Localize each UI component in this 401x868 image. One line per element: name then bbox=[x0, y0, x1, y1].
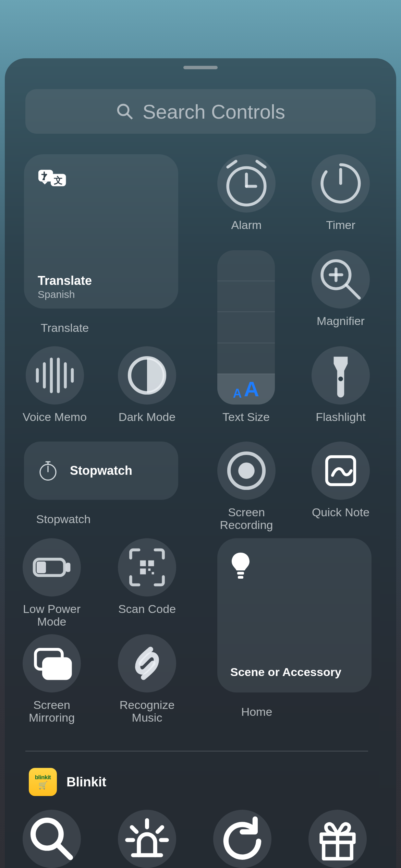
dark-mode-control[interactable]: Dark Mode bbox=[118, 346, 176, 423]
svg-line-46 bbox=[132, 827, 137, 832]
quick-note-label: Quick Note bbox=[312, 506, 369, 519]
alarm-label: Alarm bbox=[231, 219, 262, 231]
magnifier-icon bbox=[312, 250, 370, 309]
svg-rect-38 bbox=[237, 572, 244, 575]
translate-icon: 文 bbox=[37, 168, 165, 190]
home-tile[interactable]: Scene or Accessory bbox=[217, 538, 372, 692]
screen-recording-control[interactable]: Screen Recording bbox=[217, 442, 276, 532]
screen-mirroring-label: Screen Mirroring bbox=[29, 699, 75, 724]
screen-recording-icon bbox=[217, 442, 276, 500]
dark-mode-label: Dark Mode bbox=[119, 411, 175, 423]
text-size-control[interactable]: AA Text Size bbox=[217, 250, 275, 423]
qr-icon bbox=[118, 538, 176, 596]
gift-icon bbox=[308, 810, 367, 868]
svg-rect-37 bbox=[152, 572, 154, 575]
svg-rect-32 bbox=[66, 563, 71, 572]
search-icon bbox=[23, 810, 81, 868]
svg-line-12 bbox=[347, 285, 359, 298]
flashlight-control[interactable]: Flashlight bbox=[312, 346, 370, 423]
dark-mode-icon bbox=[118, 346, 176, 405]
search-controls-field[interactable]: Search Controls bbox=[25, 89, 376, 134]
shazam-icon bbox=[118, 634, 176, 692]
svg-line-43 bbox=[58, 845, 70, 857]
app-section-header: blinkit 🛒 Blinkit bbox=[29, 768, 106, 796]
screen-mirroring-control[interactable]: Screen Mirroring bbox=[23, 634, 81, 724]
controls-sheet: Search Controls 文 Translate Spanish Tran… bbox=[5, 58, 396, 868]
flashlight-label: Flashlight bbox=[316, 411, 366, 423]
timer-icon bbox=[312, 154, 370, 213]
text-size-label: Text Size bbox=[222, 411, 270, 423]
voice-memo-label: Voice Memo bbox=[23, 411, 87, 423]
screen-mirroring-icon bbox=[23, 634, 81, 692]
svg-text:文: 文 bbox=[54, 176, 63, 185]
svg-rect-39 bbox=[238, 576, 243, 579]
blinkit-app-icon: blinkit 🛒 bbox=[29, 768, 57, 796]
search-icon bbox=[116, 103, 134, 120]
alarm-icon bbox=[217, 154, 276, 213]
screen-recording-label: Screen Recording bbox=[220, 506, 273, 532]
quick-note-control[interactable]: Quick Note bbox=[312, 442, 370, 519]
svg-rect-34 bbox=[148, 560, 154, 566]
battery-icon bbox=[23, 538, 81, 596]
search-placeholder: Search Controls bbox=[143, 100, 285, 123]
recognize-music-control[interactable]: Recognize Music bbox=[118, 634, 176, 724]
timer-control[interactable]: Timer bbox=[312, 154, 370, 231]
voice-memo-icon bbox=[26, 346, 84, 405]
translate-tile[interactable]: 文 Translate Spanish bbox=[24, 154, 178, 309]
timer-label: Timer bbox=[326, 219, 355, 231]
stopwatch-inner-label: Stopwatch bbox=[70, 463, 132, 478]
app-controls-row bbox=[23, 810, 367, 868]
svg-line-9 bbox=[257, 161, 265, 167]
svg-rect-41 bbox=[44, 659, 70, 678]
low-power-control[interactable]: Low Power Mode bbox=[23, 538, 81, 628]
svg-rect-35 bbox=[140, 568, 146, 574]
translate-title: Translate bbox=[38, 274, 92, 288]
svg-rect-36 bbox=[148, 568, 150, 571]
svg-rect-33 bbox=[140, 560, 146, 566]
app-search-control[interactable] bbox=[23, 810, 81, 868]
siren-icon bbox=[118, 810, 176, 868]
home-label: Home bbox=[217, 706, 296, 718]
svg-rect-31 bbox=[37, 562, 46, 573]
svg-line-47 bbox=[158, 827, 162, 832]
app-alert-control[interactable] bbox=[118, 810, 176, 868]
stopwatch-icon bbox=[36, 458, 60, 483]
sheet-grabber[interactable] bbox=[183, 66, 218, 69]
translate-subtitle: Spanish bbox=[38, 289, 75, 300]
lightbulb-icon bbox=[230, 551, 251, 582]
recognize-music-label: Recognize Music bbox=[120, 699, 175, 724]
svg-line-1 bbox=[127, 114, 132, 119]
magnifier-label: Magnifier bbox=[317, 315, 365, 327]
section-divider bbox=[25, 751, 368, 751]
low-power-label: Low Power Mode bbox=[23, 603, 81, 628]
svg-point-0 bbox=[118, 105, 129, 115]
quick-note-icon bbox=[312, 442, 370, 500]
stopwatch-label: Stopwatch bbox=[24, 513, 103, 526]
refresh-icon bbox=[213, 810, 271, 868]
text-size-active-segment: AA bbox=[217, 374, 275, 405]
scan-code-label: Scan Code bbox=[118, 603, 176, 615]
flashlight-icon bbox=[312, 346, 370, 405]
svg-line-8 bbox=[228, 161, 236, 167]
svg-point-28 bbox=[238, 462, 255, 479]
translate-label: Translate bbox=[25, 322, 104, 334]
svg-point-22 bbox=[338, 376, 343, 381]
app-gift-control[interactable] bbox=[308, 810, 367, 868]
home-inner-label: Scene or Accessory bbox=[230, 665, 341, 679]
app-name-label: Blinkit bbox=[66, 775, 106, 789]
app-reorder-control[interactable] bbox=[213, 810, 271, 868]
magnifier-control[interactable]: Magnifier bbox=[312, 250, 370, 327]
text-size-icon: AA bbox=[233, 378, 259, 400]
scan-code-control[interactable]: Scan Code bbox=[118, 538, 176, 615]
alarm-control[interactable]: Alarm bbox=[217, 154, 276, 231]
controls-grid: 文 Translate Spanish Translate Alarm Time… bbox=[25, 154, 368, 758]
voice-memo-control[interactable]: Voice Memo bbox=[23, 346, 87, 423]
stopwatch-tile[interactable]: Stopwatch bbox=[24, 442, 178, 500]
